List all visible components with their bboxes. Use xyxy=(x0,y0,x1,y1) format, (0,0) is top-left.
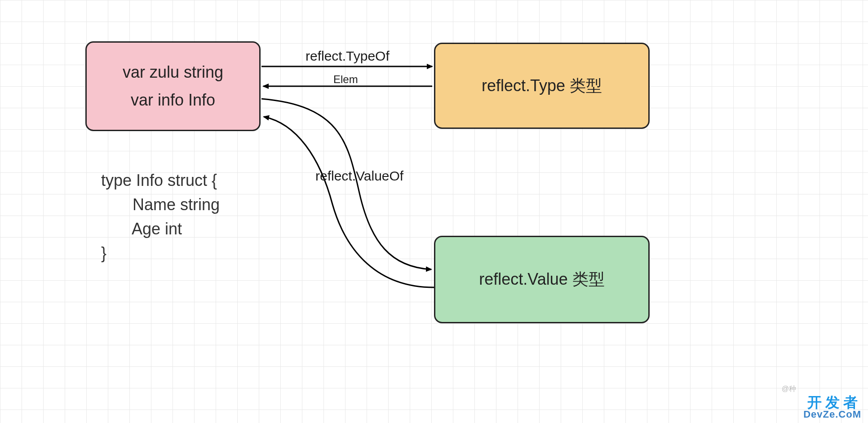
reflect-type-box: reflect.Type 类型 xyxy=(434,43,650,129)
reflect-type-label: reflect.Type 类型 xyxy=(482,75,602,97)
watermark: 开发者 DevZe.CoM xyxy=(803,395,861,419)
edge-label-elem: Elem xyxy=(333,73,358,86)
reflect-value-box: reflect.Value 类型 xyxy=(434,236,650,323)
source-line-2: var info Info xyxy=(131,91,215,110)
struct-definition: type Info struct { Name string Age int } xyxy=(101,168,220,265)
source-vars-box: var zulu string var info Info xyxy=(85,41,261,131)
edge-label-valueof: reflect.ValueOf xyxy=(315,168,403,184)
watermark-en: DevZe.CoM xyxy=(803,410,861,419)
edge-label-typeof: reflect.TypeOf xyxy=(306,48,390,64)
source-line-1: var zulu string xyxy=(123,63,223,82)
watermark-small: @种 xyxy=(782,384,796,394)
watermark-cn: 开发者 xyxy=(803,395,861,410)
reflect-value-label: reflect.Value 类型 xyxy=(479,269,604,291)
